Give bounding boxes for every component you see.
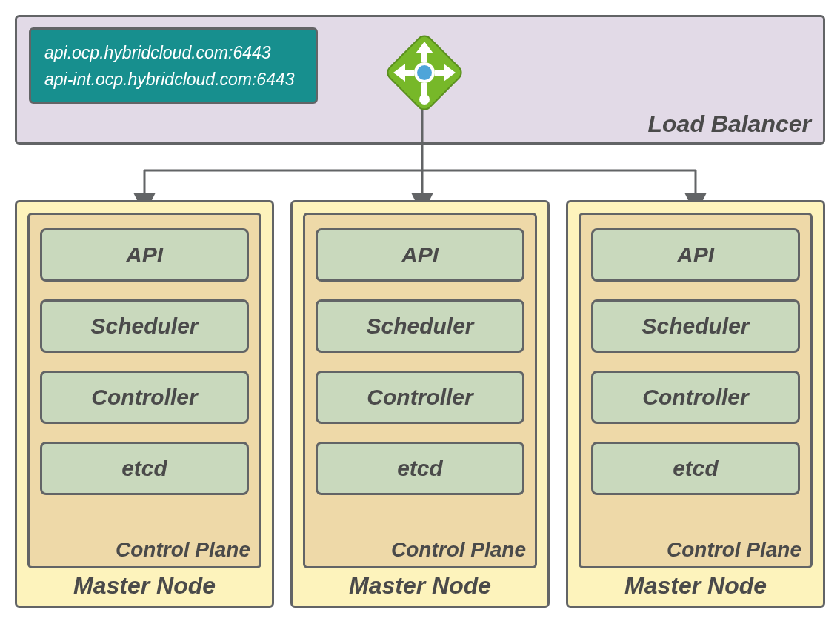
component-etcd: etcd [40,442,249,495]
master-node-label: Master Node [17,572,272,600]
control-plane-box: API Scheduler Controller etcd Control Pl… [579,213,813,568]
component-scheduler: Scheduler [316,299,524,353]
control-plane-label: Control Plane [391,538,526,562]
component-list: API Scheduler Controller etcd [591,228,800,495]
architecture-diagram: api.ocp.hybridcloud.com:6443 api-int.ocp… [15,15,825,612]
component-controller: Controller [316,371,524,424]
master-node-label: Master Node [568,572,823,600]
master-node: API Scheduler Controller etcd Control Pl… [15,200,274,608]
component-api: API [591,228,800,282]
master-node: API Scheduler Controller etcd Control Pl… [290,200,550,608]
master-node: API Scheduler Controller etcd Control Pl… [566,200,825,608]
svg-point-4 [419,94,430,104]
load-balancer-icon [384,32,465,116]
component-etcd: etcd [591,442,800,495]
control-plane-label: Control Plane [116,538,250,562]
component-controller: Controller [591,371,800,424]
control-plane-box: API Scheduler Controller etcd Control Pl… [303,213,537,568]
master-nodes-row: API Scheduler Controller etcd Control Pl… [15,200,825,608]
control-plane-box: API Scheduler Controller etcd Control Pl… [27,213,261,568]
endpoint-text: api-int.ocp.hybridcloud.com:6443 [44,67,302,93]
component-etcd: etcd [316,442,524,495]
endpoint-text: api.ocp.hybridcloud.com:6443 [44,40,302,67]
component-scheduler: Scheduler [591,299,800,353]
endpoint-list: api.ocp.hybridcloud.com:6443 api-int.ocp… [29,27,318,104]
load-balancer-label: Load Balancer [647,110,811,138]
component-api: API [316,228,524,282]
svg-point-10 [417,65,432,80]
master-node-label: Master Node [293,572,547,600]
control-plane-label: Control Plane [667,538,801,562]
component-list: API Scheduler Controller etcd [316,228,524,495]
component-api: API [40,228,249,282]
component-controller: Controller [40,371,249,424]
component-list: API Scheduler Controller etcd [40,228,249,495]
component-scheduler: Scheduler [40,299,249,353]
load-balancer-box: api.ocp.hybridcloud.com:6443 api-int.ocp… [15,15,825,145]
